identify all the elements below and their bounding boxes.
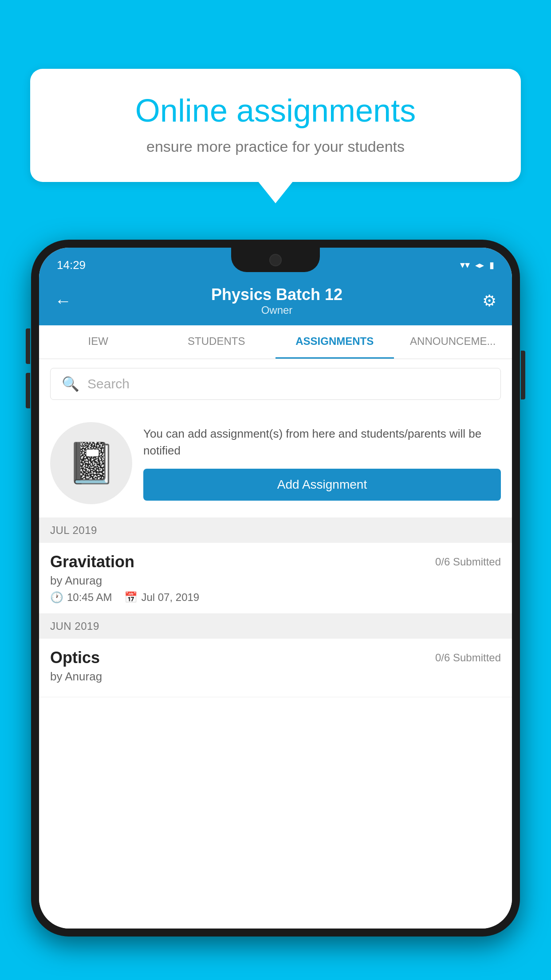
tabs-bar: IEW STUDENTS ASSIGNMENTS ANNOUNCEME...	[39, 325, 512, 359]
toolbar-title: Physics Batch 12	[211, 285, 342, 304]
content-area: 🔍 Search 📓 You can add assignment(s) fro…	[39, 359, 512, 929]
assignment-author-optics: by Anurag	[50, 670, 501, 684]
search-input-placeholder[interactable]: Search	[87, 376, 130, 391]
assignment-submitted-optics: 0/6 Submitted	[435, 652, 501, 664]
phone-outer: 14:29 ▾▾ ◂▸ ▮ ← Physics Batch 12 Owner ⚙…	[31, 240, 520, 937]
search-box[interactable]: 🔍 Search	[50, 368, 501, 400]
phone-notch	[231, 248, 320, 272]
promo-text: You can add assignment(s) from here and …	[143, 426, 501, 459]
toolbar-center: Physics Batch 12 Owner	[211, 285, 342, 316]
signal-icon: ◂▸	[475, 260, 484, 270]
assignment-name-optics: Optics	[50, 648, 100, 667]
search-container: 🔍 Search	[39, 359, 512, 409]
list-item[interactable]: Optics 0/6 Submitted by Anurag	[39, 639, 512, 697]
back-button[interactable]: ←	[55, 292, 71, 311]
assignment-promo: 📓 You can add assignment(s) from here an…	[39, 409, 512, 518]
tab-students[interactable]: STUDENTS	[157, 325, 276, 359]
assignment-meta-gravitation: 🕐 10:45 AM 📅 Jul 07, 2019	[50, 591, 501, 604]
phone-screen: 14:29 ▾▾ ◂▸ ▮ ← Physics Batch 12 Owner ⚙…	[39, 248, 512, 929]
speech-bubble-subtitle: ensure more practice for your students	[59, 138, 492, 155]
notebook-icon: 📓	[67, 440, 116, 486]
list-item[interactable]: Gravitation 0/6 Submitted by Anurag 🕐 10…	[39, 543, 512, 614]
search-icon: 🔍	[62, 375, 79, 392]
assignment-row1: Gravitation 0/6 Submitted	[50, 553, 501, 571]
clock-icon: 🕐	[50, 591, 63, 604]
status-time: 14:29	[57, 258, 86, 272]
settings-icon[interactable]: ⚙	[482, 292, 496, 310]
volume-up-button[interactable]	[26, 328, 30, 364]
section-header-jul2019: JUL 2019	[39, 518, 512, 543]
speech-bubble-container: Online assignments ensure more practice …	[30, 69, 521, 182]
add-assignment-button[interactable]: Add Assignment	[143, 469, 501, 501]
promo-icon-circle: 📓	[50, 422, 132, 504]
volume-down-button[interactable]	[26, 373, 30, 408]
wifi-icon: ▾▾	[460, 259, 470, 271]
assignment-time-gravitation: 🕐 10:45 AM	[50, 591, 112, 604]
app-toolbar: ← Physics Batch 12 Owner ⚙	[39, 279, 512, 325]
speech-bubble: Online assignments ensure more practice …	[30, 69, 521, 182]
phone-container: 14:29 ▾▾ ◂▸ ▮ ← Physics Batch 12 Owner ⚙…	[31, 240, 520, 980]
assignment-author-gravitation: by Anurag	[50, 574, 501, 588]
assignment-date-label: Jul 07, 2019	[141, 591, 199, 604]
tab-announcements[interactable]: ANNOUNCEME...	[394, 325, 512, 359]
tab-iew[interactable]: IEW	[39, 325, 157, 359]
assignment-time-label: 10:45 AM	[67, 591, 112, 604]
toolbar-subtitle: Owner	[211, 304, 342, 316]
speech-bubble-title: Online assignments	[59, 93, 492, 128]
assignment-row1-optics: Optics 0/6 Submitted	[50, 648, 501, 667]
assignment-name-gravitation: Gravitation	[50, 553, 134, 571]
phone-camera	[269, 254, 282, 266]
status-icons: ▾▾ ◂▸ ▮	[460, 259, 494, 271]
promo-content: You can add assignment(s) from here and …	[143, 426, 501, 501]
power-button[interactable]	[521, 351, 525, 399]
assignment-date-gravitation: 📅 Jul 07, 2019	[124, 591, 199, 604]
assignment-submitted-gravitation: 0/6 Submitted	[435, 556, 501, 568]
tab-assignments[interactable]: ASSIGNMENTS	[276, 325, 394, 359]
calendar-icon: 📅	[124, 591, 138, 604]
battery-icon: ▮	[489, 260, 494, 270]
section-header-jun2019: JUN 2019	[39, 614, 512, 639]
